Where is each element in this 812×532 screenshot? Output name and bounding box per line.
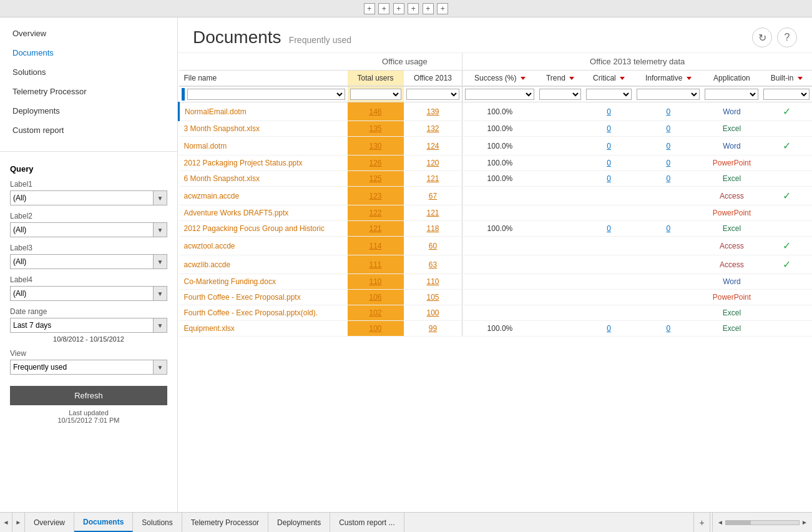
informative-cell[interactable]: 0: [634, 121, 702, 137]
application-cell[interactable]: Excel: [702, 221, 761, 237]
application-cell[interactable]: Word: [702, 137, 761, 155]
total-users-cell[interactable]: 146: [348, 102, 404, 121]
informative-cell[interactable]: 0: [634, 155, 702, 171]
view-select[interactable]: Frequently used: [11, 361, 153, 373]
file-name-cell[interactable]: Equipment.xlsx: [179, 321, 348, 337]
informative-cell[interactable]: 0: [634, 321, 702, 337]
label3-select[interactable]: (All): [11, 255, 153, 268]
total-users-cell[interactable]: 123: [348, 187, 404, 205]
total-users-cell[interactable]: 121: [348, 221, 404, 237]
application-cell[interactable]: Excel: [702, 321, 761, 337]
office2013-cell[interactable]: 120: [404, 155, 462, 171]
critical-cell[interactable]: 0: [584, 221, 634, 237]
total-users-cell[interactable]: 125: [348, 171, 404, 187]
top-plus-3[interactable]: +: [393, 3, 404, 14]
application-cell[interactable]: Word: [702, 102, 761, 121]
file-name-cell[interactable]: 2012 Pagacking Focus Group and Historic: [179, 221, 348, 237]
bottom-tab-overview[interactable]: Overview: [25, 513, 74, 532]
application-cell[interactable]: Excel: [702, 121, 761, 137]
sidebar-item-deployments[interactable]: Deployments: [0, 101, 177, 121]
file-name-cell[interactable]: Normal.dotm: [179, 137, 348, 155]
date-range-arrow[interactable]: ▼: [153, 318, 167, 332]
filter-filename-select[interactable]: [187, 89, 345, 100]
filter-informative-select[interactable]: [637, 89, 700, 100]
total-users-cell[interactable]: 100: [348, 321, 404, 337]
informative-cell[interactable]: 0: [634, 102, 702, 121]
file-name-cell[interactable]: acwzmain.accde: [179, 187, 348, 205]
total-users-cell[interactable]: 126: [348, 155, 404, 171]
total-users-cell[interactable]: 114: [348, 237, 404, 255]
bottom-tab-solutions[interactable]: Solutions: [133, 513, 182, 532]
top-plus-5[interactable]: +: [423, 3, 434, 14]
refresh-button[interactable]: Refresh: [10, 386, 167, 405]
help-icon-button[interactable]: ?: [777, 27, 797, 47]
file-name-cell[interactable]: Adventure Works DRAFT5.pptx: [179, 205, 348, 221]
label2-select[interactable]: (All): [11, 224, 153, 236]
total-users-cell[interactable]: 102: [348, 305, 404, 321]
office2013-cell[interactable]: 132: [404, 121, 462, 137]
critical-cell[interactable]: 0: [584, 321, 634, 337]
top-plus-6[interactable]: +: [437, 3, 448, 14]
critical-cell[interactable]: 0: [584, 155, 634, 171]
file-name-cell[interactable]: 6 Month Snapshot.xlsx: [179, 171, 348, 187]
filter-trend-select[interactable]: [539, 89, 580, 100]
application-cell[interactable]: Access: [702, 255, 761, 274]
informative-cell[interactable]: 0: [634, 171, 702, 187]
label4-arrow[interactable]: ▼: [153, 287, 167, 300]
scroll-right-arrow[interactable]: ►: [800, 519, 810, 526]
office2013-cell[interactable]: 121: [404, 205, 462, 221]
scroll-left-arrow[interactable]: ◄: [715, 519, 725, 526]
label4-select[interactable]: (All): [11, 287, 153, 300]
sidebar-item-documents[interactable]: Documents: [0, 43, 177, 62]
application-cell[interactable]: Word: [702, 274, 761, 290]
file-name-cell[interactable]: Fourth Coffee - Exec Proposal.pptx(old).: [179, 305, 348, 321]
filter-total-users-select[interactable]: [350, 89, 401, 100]
bottom-tab-telemetry-processor[interactable]: Telemetry Processor: [182, 513, 268, 532]
top-plus-4[interactable]: +: [408, 3, 419, 14]
label1-arrow[interactable]: ▼: [153, 191, 167, 205]
file-name-cell[interactable]: Co-Marketing Funding.docx: [179, 274, 348, 290]
office2013-cell[interactable]: 67: [404, 187, 462, 205]
file-name-cell[interactable]: acwztool.accde: [179, 237, 348, 255]
application-cell[interactable]: Access: [702, 187, 761, 205]
office2013-cell[interactable]: 110: [404, 274, 462, 290]
bottom-nav-left[interactable]: ◄: [0, 513, 12, 532]
label3-arrow[interactable]: ▼: [153, 255, 167, 268]
sidebar-item-telemetry[interactable]: Telemetry Processor: [0, 82, 177, 101]
label2-arrow[interactable]: ▼: [153, 223, 167, 237]
file-name-cell[interactable]: NormalEmail.dotm: [179, 102, 348, 121]
office2013-cell[interactable]: 139: [404, 102, 462, 121]
informative-cell[interactable]: 0: [634, 221, 702, 237]
informative-cell[interactable]: 0: [634, 137, 702, 155]
total-users-cell[interactable]: 122: [348, 205, 404, 221]
file-name-cell[interactable]: 3 Month Snapshot.xlsx: [179, 121, 348, 137]
application-cell[interactable]: Excel: [702, 171, 761, 187]
date-range-select[interactable]: Last 7 days: [11, 319, 153, 332]
file-name-cell[interactable]: 2012 Packaging Project Status.pptx: [179, 155, 348, 171]
office2013-cell[interactable]: 124: [404, 137, 462, 155]
total-users-cell[interactable]: 110: [348, 274, 404, 290]
office2013-cell[interactable]: 118: [404, 221, 462, 237]
application-cell[interactable]: PowerPoint: [702, 290, 761, 305]
office2013-cell[interactable]: 99: [404, 321, 462, 337]
office2013-cell[interactable]: 63: [404, 255, 462, 274]
critical-cell[interactable]: 0: [584, 137, 634, 155]
application-cell[interactable]: Access: [702, 237, 761, 255]
bottom-nav-right[interactable]: ►: [12, 513, 25, 532]
office2013-cell[interactable]: 105: [404, 290, 462, 305]
sidebar-item-solutions[interactable]: Solutions: [0, 62, 177, 82]
critical-cell[interactable]: 0: [584, 121, 634, 137]
bottom-tab-custom-report-...[interactable]: Custom report ...: [330, 513, 404, 532]
total-users-cell[interactable]: 106: [348, 290, 404, 305]
total-users-cell[interactable]: 135: [348, 121, 404, 137]
total-users-cell[interactable]: 130: [348, 137, 404, 155]
critical-cell[interactable]: 0: [584, 102, 634, 121]
file-name-cell[interactable]: acwzlib.accde: [179, 255, 348, 274]
critical-cell[interactable]: 0: [584, 171, 634, 187]
application-cell[interactable]: PowerPoint: [702, 155, 761, 171]
application-cell[interactable]: Excel: [702, 305, 761, 321]
office2013-cell[interactable]: 100: [404, 305, 462, 321]
sidebar-item-overview[interactable]: Overview: [0, 24, 177, 43]
bottom-tab-documents[interactable]: Documents: [74, 513, 133, 532]
add-sheet-button[interactable]: +: [693, 513, 710, 532]
